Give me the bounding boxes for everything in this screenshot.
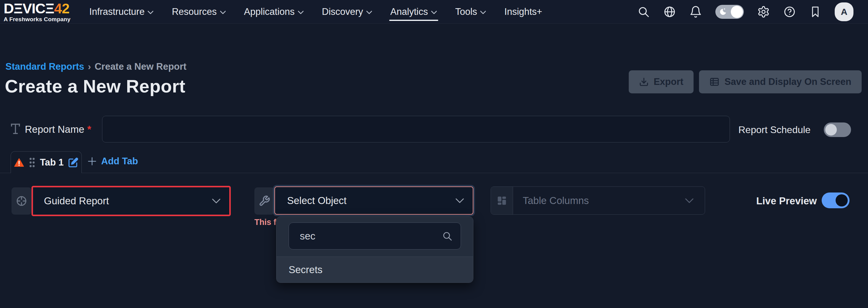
table-columns-placeholder: Table Columns bbox=[523, 195, 589, 206]
device42-logo[interactable]: DΞVICΞ42 A Freshworks Company bbox=[4, 1, 70, 22]
menu-insights[interactable]: Insights+ bbox=[504, 0, 542, 23]
required-asterisk: * bbox=[87, 124, 91, 135]
chevron-down-icon bbox=[298, 10, 304, 14]
header-actions: Export Save and Display On Screen bbox=[629, 70, 862, 93]
crosshair-icon bbox=[15, 194, 28, 208]
user-avatar[interactable]: A bbox=[835, 2, 854, 21]
logo-text: DΞVICΞ bbox=[4, 1, 54, 16]
report-type-select[interactable]: Guided Report bbox=[31, 186, 231, 216]
toggle-knob bbox=[836, 194, 848, 206]
menu-tools[interactable]: Tools bbox=[455, 0, 486, 23]
chevron-down-icon bbox=[431, 10, 437, 14]
chevron-down-icon bbox=[220, 10, 226, 14]
object-select-error: This f bbox=[254, 218, 276, 227]
logo-number: 42 bbox=[54, 1, 69, 16]
live-preview-label: Live Preview bbox=[756, 195, 817, 207]
report-type-value: Guided Report bbox=[44, 195, 109, 207]
main-menu: Infrastructure Resources Applications Di… bbox=[89, 0, 542, 23]
save-and-display-button[interactable]: Save and Display On Screen bbox=[699, 70, 862, 93]
table-columns-select: Table Columns bbox=[491, 187, 705, 215]
chevron-down-icon bbox=[480, 10, 486, 14]
warning-icon bbox=[14, 158, 24, 167]
object-select-dropdown: Secrets bbox=[276, 217, 473, 283]
table-icon bbox=[709, 77, 720, 87]
wrench-icon bbox=[259, 195, 270, 207]
table-columns-icon-chip bbox=[491, 187, 513, 214]
menu-analytics[interactable]: Analytics bbox=[391, 0, 437, 23]
toggle-knob bbox=[825, 124, 837, 136]
download-icon bbox=[639, 77, 649, 87]
theme-toggle-knob bbox=[731, 6, 743, 18]
settings-gear-icon[interactable] bbox=[757, 5, 770, 18]
report-name-label: Report Name* bbox=[25, 124, 91, 135]
add-tab-button[interactable]: Add Tab bbox=[87, 156, 138, 167]
notifications-bell-icon[interactable] bbox=[689, 5, 702, 18]
page-title: Create a New Report bbox=[5, 76, 185, 97]
plus-icon bbox=[87, 157, 97, 166]
navbar-actions: A bbox=[637, 2, 854, 21]
live-preview-toggle[interactable] bbox=[822, 193, 849, 208]
object-search-input[interactable] bbox=[300, 230, 442, 242]
report-schedule-toggle[interactable] bbox=[824, 122, 851, 137]
top-navbar: DΞVICΞ42 A Freshworks Company Infrastruc… bbox=[0, 0, 868, 24]
chevron-down-icon bbox=[148, 10, 154, 14]
menu-applications[interactable]: Applications bbox=[244, 0, 304, 23]
menu-infrastructure[interactable]: Infrastructure bbox=[89, 0, 154, 23]
chevron-down-icon bbox=[455, 198, 464, 203]
columns-icon bbox=[496, 195, 507, 206]
chevron-down-icon bbox=[366, 10, 372, 14]
tab-label: Tab 1 bbox=[40, 157, 64, 168]
tabbar-divider bbox=[0, 173, 868, 173]
help-icon[interactable] bbox=[783, 5, 796, 18]
report-schedule-label: Report Schedule bbox=[738, 124, 810, 136]
moon-icon bbox=[718, 7, 727, 17]
menu-discovery[interactable]: Discovery bbox=[322, 0, 372, 23]
text-field-icon bbox=[10, 123, 21, 135]
avatar-initial: A bbox=[841, 7, 847, 17]
report-type-icon-chip bbox=[11, 187, 31, 215]
drag-handle-icon[interactable] bbox=[29, 157, 35, 168]
tab-1[interactable]: Tab 1 bbox=[10, 151, 82, 173]
dropdown-option-secrets[interactable]: Secrets bbox=[277, 257, 473, 283]
chevron-down-icon bbox=[212, 198, 221, 204]
globe-icon[interactable] bbox=[663, 5, 676, 18]
breadcrumb: Standard Reports › Create a New Report bbox=[5, 61, 187, 72]
breadcrumb-current: Create a New Report bbox=[94, 61, 186, 72]
bookmark-icon[interactable] bbox=[809, 5, 822, 18]
object-select-icon-chip bbox=[254, 187, 274, 215]
export-button[interactable]: Export bbox=[629, 70, 693, 93]
report-name-input[interactable] bbox=[102, 116, 730, 142]
theme-toggle[interactable] bbox=[715, 5, 744, 19]
chevron-down-icon bbox=[685, 198, 694, 203]
object-select-placeholder: Select Object bbox=[287, 195, 346, 206]
search-icon bbox=[442, 231, 453, 242]
search-icon[interactable] bbox=[637, 5, 650, 18]
object-select[interactable]: Select Object bbox=[274, 187, 473, 215]
object-search-box bbox=[289, 223, 461, 250]
logo-subtitle: A Freshworks Company bbox=[4, 17, 70, 22]
breadcrumb-parent-link[interactable]: Standard Reports bbox=[5, 61, 84, 72]
edit-tab-icon[interactable] bbox=[68, 157, 79, 168]
menu-resources[interactable]: Resources bbox=[172, 0, 226, 23]
breadcrumb-separator: › bbox=[88, 61, 91, 72]
